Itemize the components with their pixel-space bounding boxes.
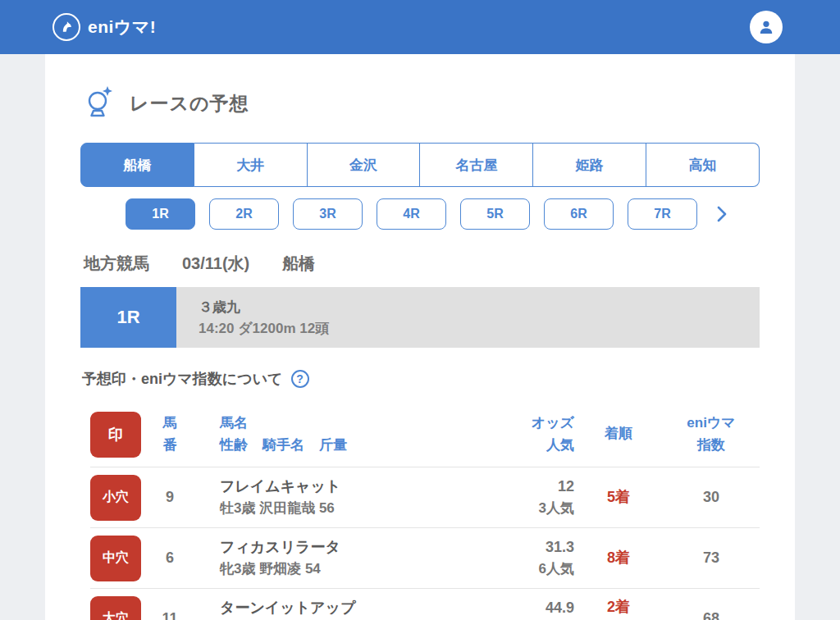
app-header: eniウマ! — [0, 0, 840, 54]
header-horse-name: 馬名 — [220, 413, 482, 434]
popularity-value: 6人気 — [482, 558, 574, 580]
race-banner-number: 1R — [80, 287, 176, 348]
page-title-row: レースの予想 — [85, 85, 760, 121]
mark-header-badge: 印 — [90, 412, 141, 458]
header-odds-line2: 人気 — [482, 435, 574, 456]
eniuma-index: 68 — [663, 610, 760, 620]
horse-name: ターンイットアップ — [220, 597, 482, 619]
header-number-line2: 番 — [141, 435, 199, 456]
finish-position: 2着 — [574, 597, 663, 618]
header-result-cell: 着順 — [574, 423, 663, 444]
venue-tab-nagoya[interactable]: 名古屋 — [420, 143, 533, 187]
table-row: 小穴 9 フレイムキャット 牡3歳 沢田龍哉 56 12 3人気 5着 30 — [90, 467, 760, 528]
table-row: 大穴 11 ターンイットアップ 牡3歳 川島正太郎 56 44.9 8人気 2着… — [90, 589, 760, 620]
header-weight: 斤量 — [319, 435, 347, 456]
section-title-row: 予想印・eniウマ指数について ? — [82, 369, 760, 389]
race-tab-3r[interactable]: 3R — [293, 198, 363, 230]
result-cell: 5着 — [574, 487, 663, 508]
prediction-table: 印 馬 番 馬名 性齢 騎手名 斤量 オッズ 人気 着順 eniウマ — [90, 402, 760, 620]
header-number-line1: 馬 — [141, 413, 199, 434]
help-icon[interactable]: ? — [291, 370, 309, 388]
header-index-cell: eniウマ 指数 — [663, 413, 760, 456]
race-tab-5r[interactable]: 5R — [460, 198, 530, 230]
prediction-mark-badge: 中穴 — [90, 536, 141, 581]
horse-number: 9 — [141, 489, 199, 506]
race-tab-bar: 1R 2R 3R 4R 5R 6R 7R — [126, 198, 760, 230]
venue-tab-bar: 船橋 大井 金沢 名古屋 姫路 高知 — [80, 143, 760, 187]
mark-cell: 中穴 — [90, 536, 141, 581]
header-name-cell: 馬名 性齢 騎手名 斤量 — [199, 413, 482, 456]
horse-name-cell: フィカスリラータ 牝3歳 野畑凌 54 — [199, 536, 482, 580]
horse-name: フィカスリラータ — [220, 536, 482, 558]
venue-tab-label: 金沢 — [349, 156, 377, 175]
race-meta-date: 03/11(水) — [182, 253, 249, 275]
popularity-value: 3人気 — [482, 498, 574, 519]
horse-name-cell: フレイムキャット 牡3歳 沢田龍哉 56 — [199, 476, 482, 519]
eniuma-index: 73 — [663, 549, 760, 567]
odds-value: 12 — [482, 476, 574, 498]
horse-number: 6 — [141, 549, 199, 567]
section-title: 予想印・eniウマ指数について — [82, 369, 283, 389]
header-name-subline: 性齢 騎手名 斤量 — [220, 435, 482, 456]
user-avatar-button[interactable] — [750, 11, 783, 43]
race-tab-7r[interactable]: 7R — [628, 198, 697, 230]
venue-tab-label: 船橋 — [123, 156, 151, 175]
person-icon — [756, 17, 776, 37]
race-tab-1r[interactable]: 1R — [126, 198, 195, 230]
eniuma-index: 30 — [663, 489, 760, 506]
result-cell: 8着 — [574, 548, 663, 568]
horse-detail: 牡3歳 沢田龍哉 56 — [220, 498, 482, 519]
race-banner-body: ３歳九 14:20 ダ1200m 12頭 — [176, 287, 760, 348]
race-meta-line: 地方競馬 03/11(水) 船橋 — [84, 253, 760, 275]
odds-value: 44.9 — [482, 597, 574, 619]
venue-tab-kochi[interactable]: 高知 — [646, 143, 760, 187]
odds-cell: 44.9 8人気 — [482, 597, 574, 620]
venue-tab-label: 姫路 — [576, 156, 604, 175]
mark-cell: 大穴 — [90, 596, 141, 620]
venue-tab-himeji[interactable]: 姫路 — [533, 143, 646, 187]
result-cell: 2着 的中 — [574, 597, 663, 620]
header-index-line1: eniウマ — [663, 413, 760, 434]
header-odds-line1: オッズ — [482, 413, 574, 434]
next-races-chevron-icon[interactable] — [716, 205, 728, 223]
app-logo[interactable]: eniウマ! — [52, 13, 156, 41]
app-logo-text: eniウマ! — [88, 16, 156, 39]
horse-number: 11 — [141, 610, 199, 620]
venue-tab-ooi[interactable]: 大井 — [194, 143, 308, 187]
venue-tab-label: 大井 — [236, 156, 264, 175]
race-detail: 14:20 ダ1200m 12頭 — [199, 319, 760, 338]
race-tab-6r[interactable]: 6R — [544, 198, 614, 230]
header-index-line2: 指数 — [663, 435, 760, 456]
finish-position: 5着 — [574, 487, 663, 508]
prediction-mark-badge: 小穴 — [90, 475, 141, 521]
content-card: レースの予想 船橋 大井 金沢 名古屋 姫路 高知 1R 2R 3R 4R 5R… — [45, 54, 795, 620]
table-header-row: 印 馬 番 馬名 性齢 騎手名 斤量 オッズ 人気 着順 eniウマ — [90, 402, 760, 467]
header-mark-cell: 印 — [90, 412, 141, 458]
table-row: 中穴 6 フィカスリラータ 牝3歳 野畑凌 54 31.3 6人気 8着 73 — [90, 528, 760, 589]
race-tab-2r[interactable]: 2R — [209, 198, 279, 230]
race-meta-category: 地方競馬 — [84, 253, 149, 275]
venue-tab-label: 高知 — [689, 156, 717, 175]
crystal-ball-icon — [85, 85, 115, 121]
venue-tab-kanazawa[interactable]: 金沢 — [308, 143, 421, 187]
horse-name-cell: ターンイットアップ 牡3歳 川島正太郎 56 — [199, 597, 482, 620]
race-name: ３歳九 — [199, 298, 760, 317]
mark-cell: 小穴 — [90, 475, 141, 521]
page-title: レースの予想 — [130, 91, 249, 116]
header-number-cell: 馬 番 — [141, 413, 199, 456]
header-jockey: 騎手名 — [262, 435, 304, 456]
venue-tab-funabashi[interactable]: 船橋 — [80, 143, 194, 187]
header-odds-cell: オッズ 人気 — [482, 413, 574, 456]
odds-cell: 31.3 6人気 — [482, 536, 574, 580]
venue-tab-label: 名古屋 — [455, 156, 497, 175]
race-meta-venue: 船橋 — [282, 253, 315, 275]
prediction-mark-badge: 大穴 — [90, 596, 141, 620]
race-tab-4r[interactable]: 4R — [377, 198, 446, 230]
horse-logo-icon — [52, 13, 80, 41]
finish-position: 8着 — [574, 548, 663, 568]
horse-name: フレイムキャット — [220, 476, 482, 498]
horse-detail: 牝3歳 野畑凌 54 — [220, 558, 482, 580]
header-sex-age: 性齢 — [220, 435, 248, 456]
odds-value: 31.3 — [482, 536, 574, 558]
race-banner: 1R ３歳九 14:20 ダ1200m 12頭 — [80, 287, 760, 348]
